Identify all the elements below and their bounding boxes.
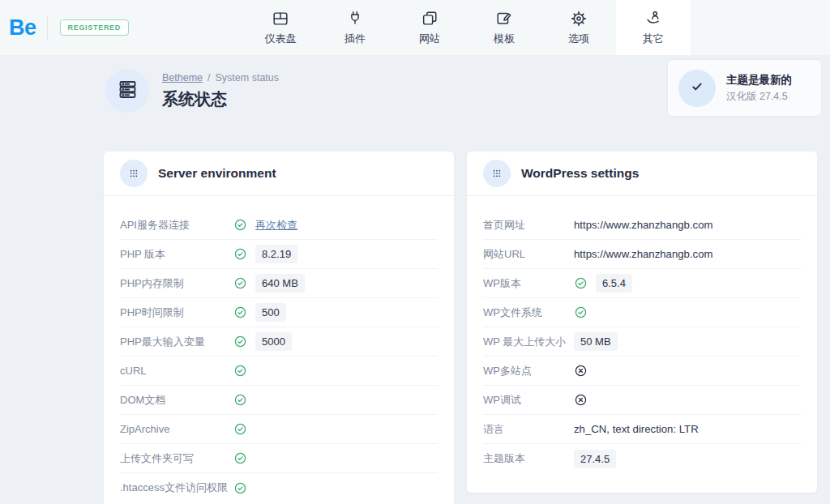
table-row: WP多站点 — [483, 357, 801, 386]
row-values: https://www.zhanzhangb.com — [574, 248, 713, 260]
row-label: WP多站点 — [483, 364, 574, 378]
nav-item-label: 其它 — [643, 32, 664, 46]
check-icon — [233, 335, 247, 348]
table-row: WP文件系统 — [483, 298, 801, 327]
nav-item-options[interactable]: 选项 — [541, 0, 616, 55]
row-label: 语言 — [483, 422, 574, 437]
row-values: 500 — [233, 303, 286, 322]
nav-item-plugin[interactable]: 插件 — [318, 0, 392, 55]
table-row: 语言zh_CN, text direction: LTR — [483, 415, 801, 444]
value-badge: 5000 — [255, 332, 292, 351]
table-row: WP版本6.5.4 — [483, 269, 801, 298]
panel-server-environment: Server environmentAPI服务器连接再次检查PHP 版本8.2.… — [104, 152, 454, 504]
theme-status-card: 主题是最新的 汉化版 27.4.5 — [667, 59, 822, 117]
theme-check-circle — [678, 70, 716, 107]
row-label: PHP最大输入变量 — [120, 335, 233, 349]
nav-item-dashboard[interactable]: 仪表盘 — [243, 0, 318, 55]
row-values: 640 MB — [233, 274, 305, 293]
main-panels: Server environmentAPI服务器连接再次检查PHP 版本8.2.… — [104, 152, 817, 504]
row-values — [233, 451, 247, 465]
row-values: https://www.zhanzhangb.com — [574, 219, 713, 231]
value-badge: 640 MB — [255, 274, 305, 293]
top-nav: 仪表盘插件网站模板选项其它 — [243, 0, 691, 55]
row-values — [233, 393, 247, 407]
row-values: 8.2.19 — [233, 245, 297, 263]
check-icon — [574, 276, 588, 290]
row-label: ZipArchive — [120, 423, 233, 435]
nav-item-websites[interactable]: 网站 — [392, 0, 467, 55]
row-values: 5000 — [233, 332, 292, 351]
check-icon — [233, 422, 247, 436]
row-label: 上传文件夹可写 — [120, 451, 233, 466]
check-icon — [574, 305, 588, 319]
row-label: PHP内存限制 — [120, 276, 233, 291]
table-row: 主题版本27.4.5 — [483, 444, 801, 473]
table-row: 首页网址https://www.zhanzhangb.com — [483, 211, 801, 240]
value-badge: 6.5.4 — [596, 274, 632, 293]
check-icon — [689, 79, 705, 98]
row-values: 50 MB — [574, 332, 618, 351]
row-values: 27.4.5 — [574, 450, 616, 468]
check-icon — [233, 247, 247, 261]
nav-item-templates[interactable]: 模板 — [467, 0, 541, 55]
breadcrumb-current: System status — [216, 72, 280, 83]
row-label: cURL — [120, 365, 233, 377]
page-header: Betheme / System status 系统状态 主题是最新的 汉化版 … — [0, 55, 830, 152]
row-values: 6.5.4 — [574, 274, 632, 293]
divider — [47, 15, 48, 40]
row-label: PHP 版本 — [120, 247, 233, 262]
row-label: WP调试 — [483, 393, 574, 408]
row-values: zh_CN, text direction: LTR — [574, 423, 699, 435]
row-values — [574, 305, 588, 319]
breadcrumb-link-betheme[interactable]: Betheme — [162, 72, 203, 83]
header-main: Betheme / System status 系统状态 — [105, 69, 279, 113]
row-values — [574, 393, 588, 407]
check-icon — [233, 305, 247, 319]
recheck-link[interactable]: 再次检查 — [255, 218, 297, 233]
nav-item-label: 插件 — [344, 32, 366, 46]
breadcrumb-separator: / — [208, 72, 210, 83]
row-label: API服务器连接 — [120, 218, 233, 233]
panel-header: WordPress settings — [467, 152, 817, 196]
server-icon — [117, 79, 139, 104]
table-row: API服务器连接再次检查 — [120, 211, 438, 240]
nav-item-other[interactable]: 其它 — [616, 0, 691, 55]
row-label: WP 最大上传大小 — [483, 335, 574, 349]
value-text: https://www.zhanzhangb.com — [574, 248, 713, 260]
plugin-icon — [346, 10, 364, 28]
row-label: WP文件系统 — [483, 305, 574, 320]
table-row: PHP内存限制640 MB — [120, 269, 438, 298]
nav-item-label: 网站 — [419, 32, 440, 46]
value-badge: 500 — [255, 303, 286, 322]
theme-status-version: 汉化版 27.4.5 — [726, 90, 792, 104]
breadcrumb: Betheme / System status — [162, 72, 279, 83]
cross-icon — [574, 393, 588, 407]
table-row: 上传文件夹可写 — [120, 444, 438, 473]
check-icon — [233, 481, 247, 495]
value-badge: 8.2.19 — [255, 245, 297, 263]
grid-dots-icon — [483, 160, 511, 187]
row-values — [233, 364, 247, 378]
row-values — [574, 364, 588, 378]
websites-icon — [421, 10, 439, 28]
table-row: ZipArchive — [120, 415, 438, 444]
cross-icon — [574, 364, 588, 378]
value-text: zh_CN, text direction: LTR — [574, 423, 699, 435]
topbar: Be REGISTERED 仪表盘插件网站模板选项其它 — [0, 0, 830, 55]
theme-status-text: 主题是最新的 汉化版 27.4.5 — [726, 73, 792, 104]
value-text: https://www.zhanzhangb.com — [574, 219, 713, 231]
other-icon — [644, 10, 662, 28]
panel-wordpress-settings: WordPress settings首页网址https://www.zhanzh… — [467, 152, 817, 493]
check-icon — [233, 364, 247, 378]
templates-icon — [495, 10, 513, 28]
check-icon — [233, 218, 247, 232]
check-icon — [233, 276, 247, 290]
row-label: WP版本 — [483, 276, 574, 291]
rows-list: API服务器连接再次检查PHP 版本8.2.19PHP内存限制640 MBPHP… — [104, 196, 454, 504]
page-title: 系统状态 — [162, 88, 279, 110]
nav-item-label: 仪表盘 — [265, 32, 297, 46]
row-values: 再次检查 — [233, 218, 297, 233]
nav-item-label: 选项 — [568, 32, 589, 46]
table-row: WP 最大上传大小50 MB — [483, 327, 801, 357]
value-badge: 50 MB — [574, 332, 618, 351]
